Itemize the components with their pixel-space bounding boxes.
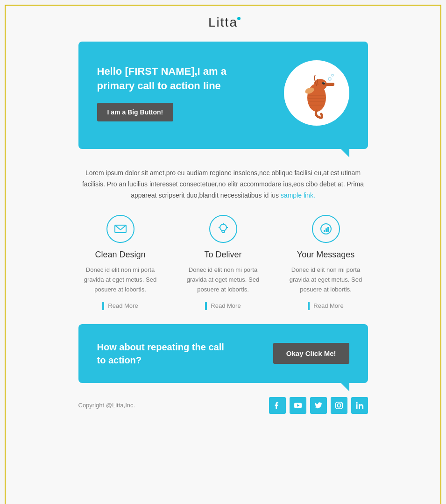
feature-item-1: Clean Design Donec id elit non mi porta … [78,215,163,310]
logo-dot [237,17,241,20]
header: Litta [6,6,440,37]
svg-point-10 [328,78,331,80]
facebook-icon[interactable] [269,397,286,414]
social-icons [269,397,368,414]
svg-rect-27 [356,404,357,409]
footer: Copyright @Litta,Inc. [78,397,368,414]
feature-item-3: Your Messages Donec id elit non mi porta… [284,215,368,310]
envelope-icon [114,222,127,235]
read-more-bar-2 [205,302,207,310]
logo: Litta [208,15,238,30]
twitter-icon[interactable] [310,397,327,414]
svg-rect-19 [324,230,325,232]
body-paragraph: Lorem ipsum dolor sit amet,pro eu audiam… [78,168,368,201]
svg-point-11 [332,74,333,76]
feature-desc-1: Donec id elit non mi porta gravida at eg… [78,265,163,294]
svg-rect-2 [324,83,334,86]
svg-rect-21 [327,227,329,232]
svg-point-4 [324,82,325,83]
feature-icon-1 [106,215,135,243]
hero-button[interactable]: I am a Big Button! [97,103,174,121]
svg-rect-20 [326,228,327,232]
feature-desc-2: Donec id elit non mi porta gravida at eg… [181,265,265,294]
svg-point-28 [356,402,358,404]
instagram-icon[interactable] [331,397,347,414]
features-row: Clean Design Donec id elit non mi porta … [78,215,368,310]
read-more-1[interactable]: Read More [78,302,163,310]
feature-title-1: Clean Design [78,250,163,260]
hero-banner: Hello [FIRST NAME],I am a primary call t… [78,42,368,149]
read-more-3[interactable]: Read More [284,302,368,310]
svg-point-25 [337,404,340,407]
svg-point-26 [340,403,341,404]
read-more-bar-1 [102,302,104,310]
hero-title: Hello [FIRST NAME],I am a primary call t… [97,64,237,93]
feature-title-2: To Deliver [181,250,265,260]
svg-point-13 [220,224,227,231]
cta-title: How about repeating the call to action? [97,341,228,367]
footer-copyright: Copyright @Litta,Inc. [78,402,135,409]
body-text-section: Lorem ipsum dolor sit amet,pro eu audiam… [78,168,368,201]
read-more-bar-3 [308,302,310,310]
feature-item-2: To Deliver Donec id elit non mi porta gr… [181,215,265,310]
read-more-2[interactable]: Read More [181,302,265,310]
cta-banner: How about repeating the call to action? … [78,324,368,383]
feature-desc-3: Donec id elit non mi porta gravida at eg… [284,265,368,294]
hero-left: Hello [FIRST NAME],I am a primary call t… [97,64,284,121]
feature-icon-3 [312,215,340,243]
chart-icon [319,222,333,235]
feature-icon-2 [209,215,237,243]
linkedin-icon[interactable] [351,397,368,414]
seahorse-icon [293,65,340,121]
hero-image [284,60,349,126]
lightbulb-icon [217,222,230,235]
feature-title-3: Your Messages [284,250,368,260]
cta-button[interactable]: Okay Click Me! [273,343,349,364]
sample-link[interactable]: sample link. [281,192,315,199]
youtube-icon[interactable] [290,397,306,414]
svg-point-3 [322,82,325,85]
